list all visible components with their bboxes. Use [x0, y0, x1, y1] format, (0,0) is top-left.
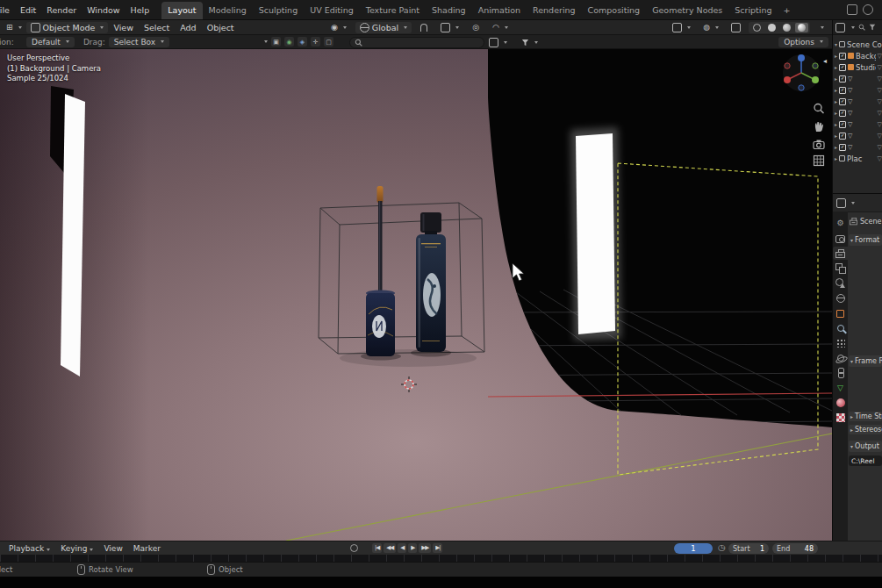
shading-settings-dropdown[interactable]	[814, 25, 828, 30]
jump-to-start-button[interactable]: |◀	[372, 543, 382, 553]
shading-rendered-button[interactable]	[795, 23, 808, 32]
tab-scripting[interactable]: Scripting	[728, 2, 778, 19]
object-checkbox[interactable]: ✓	[839, 75, 846, 82]
right-area-light[interactable]	[576, 133, 615, 334]
render-visibility-icon[interactable]: ▽	[878, 75, 882, 82]
expand-arrow-icon[interactable]: ▸	[835, 155, 837, 161]
outliner-row-object[interactable]: ▸✓▽▽	[833, 130, 882, 141]
gizmo-toggle-icon[interactable]: ▢	[324, 37, 333, 47]
render-visibility-icon[interactable]: ▽	[878, 121, 882, 128]
scene-tab-icon[interactable]	[835, 278, 845, 288]
tab-rendering[interactable]: Rendering	[527, 2, 582, 19]
outliner-row-plac[interactable]: ▸Plac▽	[833, 153, 882, 164]
expand-arrow-icon[interactable]: ▸	[835, 87, 837, 93]
outliner-row-object[interactable]: ▸✓▽▽	[833, 107, 882, 118]
proportional-edit-toggle[interactable]: ◎	[468, 22, 484, 32]
constraints-tab-icon[interactable]	[835, 368, 845, 377]
next-keyframe-button[interactable]: ▶▶	[419, 543, 431, 553]
navigation-gizmo[interactable]	[779, 51, 823, 95]
object-data-tab-icon[interactable]: ▽	[835, 383, 845, 392]
menu-render[interactable]: Render	[41, 5, 82, 15]
xray-toggle[interactable]	[727, 22, 745, 33]
current-frame-field[interactable]: 1	[674, 543, 713, 554]
tab-modeling[interactable]: Modeling	[203, 2, 253, 19]
object-checkbox[interactable]: ✓	[839, 121, 846, 128]
viewport-search-input[interactable]	[349, 37, 484, 48]
tool-tab-icon[interactable]: ⚙	[835, 219, 845, 228]
object-checkbox[interactable]: ✓	[839, 110, 846, 117]
panel-frame-range[interactable]: ▾Frame Range	[849, 355, 882, 367]
snap-toggle[interactable]	[416, 23, 432, 32]
search-icon[interactable]	[858, 24, 865, 31]
mode-dropdown[interactable]: Object Mode	[26, 22, 109, 33]
menu-view[interactable]: View	[108, 22, 139, 33]
menu-help[interactable]: Help	[125, 5, 155, 15]
funnel-icon[interactable]	[869, 24, 876, 31]
pivot-point-dropdown[interactable]: ◉	[326, 22, 351, 32]
expand-arrow-icon[interactable]: ▸	[835, 133, 837, 139]
shading-wireframe-button[interactable]	[750, 23, 764, 32]
snap-settings-dropdown[interactable]	[436, 22, 463, 33]
play-reverse-button[interactable]: ◀	[398, 543, 406, 553]
add-workspace-button[interactable]: +	[778, 2, 796, 19]
view-layer-tab-icon[interactable]	[835, 263, 845, 273]
prev-keyframe-button[interactable]: ◀◀	[384, 543, 396, 553]
tab-sculpting[interactable]: Sculpting	[253, 2, 304, 19]
timeline-ruler[interactable]	[0, 555, 882, 562]
menu-playback[interactable]: Playback	[4, 543, 55, 554]
texture-tab-icon[interactable]	[835, 412, 845, 422]
outliner-row-object[interactable]: ▸✓▽▽	[833, 118, 882, 130]
render-visibility-icon[interactable]: ▽	[878, 144, 882, 151]
object-tab-icon[interactable]	[835, 308, 845, 318]
modifiers-tab-icon[interactable]	[835, 323, 845, 333]
shading-solid-button[interactable]	[765, 23, 778, 32]
orientation-setting-dropdown[interactable]: Default	[26, 37, 75, 47]
frame-start-field[interactable]: Start 1	[728, 543, 769, 554]
tab-texture-paint[interactable]: Texture Paint	[360, 2, 426, 19]
tab-uv-editing[interactable]: UV Editing	[304, 2, 360, 19]
shading-material-button[interactable]	[780, 23, 793, 32]
properties-editor-icon[interactable]	[836, 198, 846, 208]
editor-type-dropdown[interactable]: ⊞	[2, 22, 26, 32]
auto-keying-toggle[interactable]	[350, 544, 358, 552]
render-visibility-icon[interactable]: ▽	[878, 133, 882, 140]
object-checkbox[interactable]: ✓	[839, 144, 846, 151]
jump-to-end-button[interactable]: ▶|	[433, 543, 442, 553]
render-visibility-icon[interactable]: ▽	[878, 87, 882, 94]
panel-format[interactable]: ▾Format	[849, 234, 882, 246]
view-layer-selector-icon[interactable]	[863, 4, 873, 15]
tab-shading[interactable]: Shading	[426, 2, 472, 19]
physics-tab-icon[interactable]	[835, 353, 845, 362]
expand-arrow-icon[interactable]: ▸	[835, 144, 837, 150]
outliner-display-mode-icon[interactable]	[835, 23, 845, 32]
menu-timeline-view[interactable]: View	[98, 543, 127, 554]
expand-arrow-icon[interactable]: ▸	[835, 53, 837, 59]
panel-time-stretching[interactable]: ▸Time Stretching	[849, 412, 882, 421]
menu-window[interactable]: Window	[82, 5, 125, 15]
outliner-row-object[interactable]: ▸✓▽▽	[833, 141, 882, 153]
pan-hand-icon[interactable]	[812, 119, 826, 133]
camera-view-icon[interactable]	[812, 137, 826, 151]
expand-arrow-icon[interactable]: ▸	[835, 121, 837, 127]
show-gizmo-dropdown[interactable]	[668, 22, 695, 33]
menu-add[interactable]: Add	[175, 22, 201, 33]
menu-keying[interactable]: Keying	[55, 543, 98, 554]
expand-arrow-icon[interactable]: ▾	[835, 41, 837, 47]
display-filter-dropdown[interactable]	[484, 37, 512, 48]
tab-compositing[interactable]: Compositing	[582, 2, 647, 19]
particles-tab-icon[interactable]	[835, 338, 845, 348]
collection-checkbox[interactable]: ✓	[839, 64, 846, 71]
output-properties-tab-icon[interactable]	[835, 248, 845, 258]
panel-stereoscopy[interactable]: ▸Stereoscopy	[849, 425, 882, 434]
render-properties-tab-icon[interactable]	[835, 233, 845, 243]
orthographic-grid-icon[interactable]	[812, 154, 826, 168]
options-dropdown[interactable]: Options	[778, 37, 828, 47]
expand-arrow-icon[interactable]: ▸	[835, 64, 837, 70]
funnel-filter-dropdown[interactable]	[517, 37, 542, 48]
object-checkbox[interactable]: ✓	[839, 87, 846, 94]
frame-end-field[interactable]: End 48	[772, 543, 818, 554]
menu-edit[interactable]: Edit	[15, 5, 41, 15]
gizmo-toggle-icon[interactable]: ◉	[284, 37, 294, 47]
menu-object[interactable]: Object	[202, 22, 240, 33]
material-tab-icon[interactable]	[835, 398, 845, 407]
